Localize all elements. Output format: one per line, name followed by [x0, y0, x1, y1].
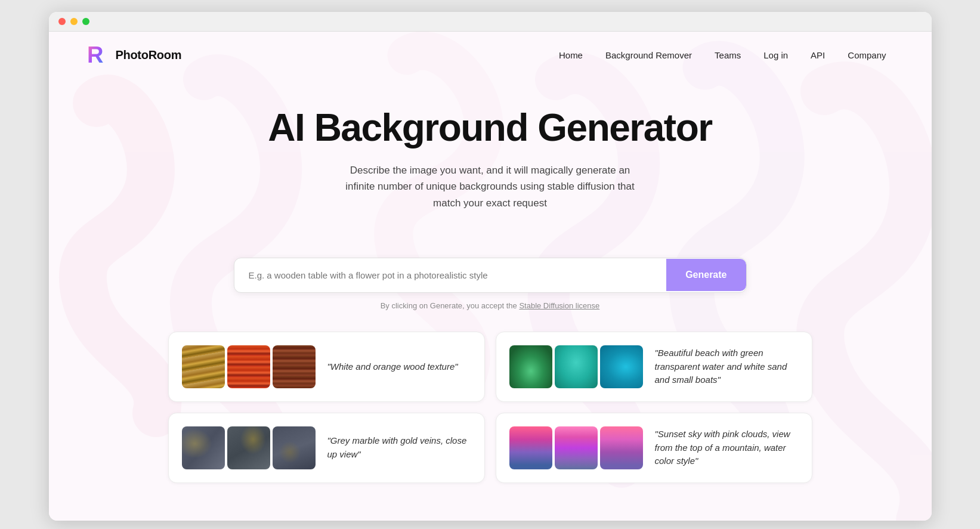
stable-diffusion-link[interactable]: Stable Diffusion license — [519, 301, 599, 310]
hero-subtitle: Describe the image you want, and it will… — [335, 162, 645, 211]
wood-image-1 — [182, 345, 225, 388]
card-images-wood — [182, 345, 316, 388]
logo-area: R PhotoRoom — [85, 42, 182, 67]
disclaimer: By clicking on Generate, you accept the … — [49, 301, 932, 310]
search-input[interactable] — [234, 258, 667, 292]
beach-image-2 — [555, 345, 598, 388]
sunset-image-3 — [600, 426, 643, 469]
search-bar: Generate — [234, 258, 747, 293]
nav-link-home[interactable]: Home — [549, 45, 592, 65]
navigation: R PhotoRoom Home Background Remover Team… — [49, 32, 932, 78]
browser-window: R PhotoRoom Home Background Remover Team… — [49, 12, 932, 521]
nav-link-background-remover[interactable]: Background Remover — [596, 45, 701, 65]
hero-section: AI Background Generator Describe the ima… — [49, 78, 932, 258]
card-label-beach: "Beautiful beach with green transparent … — [655, 347, 799, 387]
example-card-sunset[interactable]: "Sunset sky with pink clouds, view from … — [496, 413, 812, 483]
wood-image-3 — [273, 345, 316, 388]
generate-button[interactable]: Generate — [666, 259, 746, 291]
nav-links: Home Background Remover Teams Log in API… — [549, 45, 896, 65]
minimize-dot[interactable] — [70, 18, 78, 25]
card-images-marble — [182, 426, 316, 469]
marble-image-3 — [273, 426, 316, 469]
wood-image-2 — [227, 345, 270, 388]
card-images-sunset — [509, 426, 643, 469]
cards-grid: "White and orange wood texture" "Beautif… — [132, 332, 848, 519]
logo-icon: R — [85, 42, 110, 67]
sunset-image-1 — [509, 426, 552, 469]
close-dot[interactable] — [58, 18, 66, 25]
card-images-beach — [509, 345, 643, 388]
example-card-marble[interactable]: "Grey marble with gold veins, close up v… — [168, 413, 485, 483]
card-label-sunset: "Sunset sky with pink clouds, view from … — [655, 428, 799, 468]
marble-image-2 — [227, 426, 270, 469]
marble-image-1 — [182, 426, 225, 469]
nav-link-teams[interactable]: Teams — [705, 45, 750, 65]
example-card-wood[interactable]: "White and orange wood texture" — [168, 332, 485, 402]
example-card-beach[interactable]: "Beautiful beach with green transparent … — [496, 332, 812, 402]
search-section: Generate — [49, 258, 932, 293]
nav-link-login[interactable]: Log in — [754, 45, 797, 65]
page-content: R PhotoRoom Home Background Remover Team… — [49, 32, 932, 521]
card-label-wood: "White and orange wood texture" — [327, 360, 458, 374]
sunset-image-2 — [555, 426, 598, 469]
card-label-marble: "Grey marble with gold veins, close up v… — [327, 434, 471, 461]
nav-link-api[interactable]: API — [801, 45, 834, 65]
maximize-dot[interactable] — [82, 18, 89, 25]
beach-image-3 — [600, 345, 643, 388]
beach-image-1 — [509, 345, 552, 388]
browser-chrome — [49, 12, 932, 32]
svg-text:R: R — [87, 42, 103, 67]
logo-text: PhotoRoom — [116, 48, 182, 62]
hero-title: AI Background Generator — [61, 108, 920, 148]
nav-link-company[interactable]: Company — [838, 45, 895, 65]
